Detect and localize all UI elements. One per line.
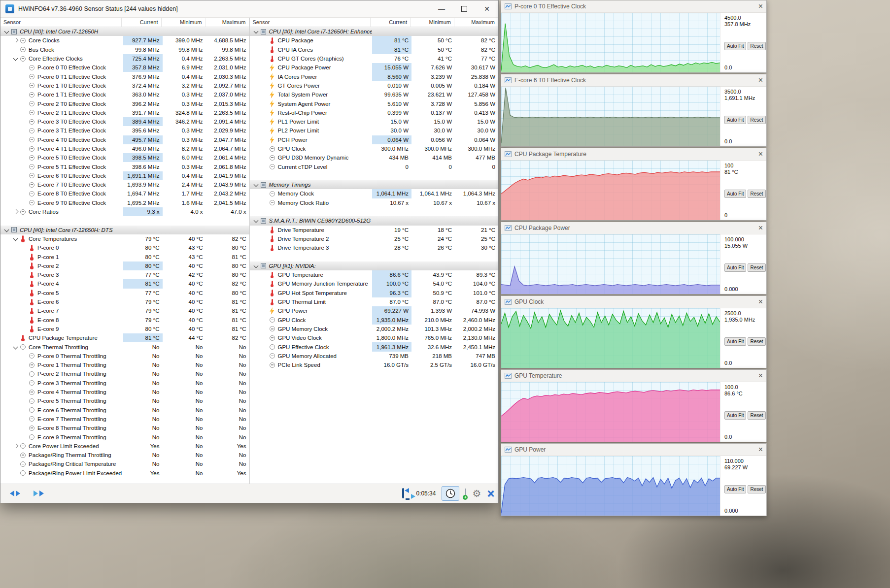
sensor-row-p-core-4[interactable]: P-core 481 °C40 °C82 °C bbox=[0, 279, 249, 288]
close-button[interactable]: ✕ bbox=[476, 0, 498, 17]
sensor-row-memory-clock-ratio[interactable]: Memory Clock Ratio10.67 x10.67 x10.67 x bbox=[250, 198, 499, 207]
sensor-row-pcie-link-speed[interactable]: PCIe Link Speed16.0 GT/s2.5 GT/s16.0 GT/… bbox=[250, 360, 499, 369]
sensor-row-p-core-4-t0-effective-clock[interactable]: P-core 4 T0 Effective Clock495.7 MHz0.3 … bbox=[0, 135, 249, 144]
graph-close-icon[interactable]: × bbox=[758, 298, 763, 306]
sensor-row-e-core-8-t0-effective-clock[interactable]: E-core 8 T0 Effective Clock1,694.7 MHz1.… bbox=[0, 189, 249, 198]
reset-button[interactable]: Reset bbox=[748, 263, 765, 272]
sensor-row-p-core-5-t0-effective-clock[interactable]: P-core 5 T0 Effective Clock398.5 MHz6.0 … bbox=[0, 153, 249, 162]
sensor-row-package-ring-thermal-throttling[interactable]: Package/Ring Thermal ThrottlingNoNoNo bbox=[0, 451, 249, 459]
sensor-row-e-core-7-thermal-throttling[interactable]: E-core 7 Thermal ThrottlingNoNoNo bbox=[0, 415, 249, 424]
sensor-row-cpu-package[interactable]: CPU Package81 °C50 °C82 °C bbox=[250, 36, 499, 45]
sensor-row-e-core-9-t0-effective-clock[interactable]: E-core 9 T0 Effective Clock1,695.2 MHz1.… bbox=[0, 198, 249, 207]
sensor-row-gpu-clock[interactable]: GPU Clock1,935.0 MHz210.0 MHz2,460.0 MHz bbox=[250, 316, 499, 325]
sensor-row-e-core-9[interactable]: E-core 980 °C40 °C81 °C bbox=[0, 325, 249, 333]
scroll-end-button[interactable] bbox=[28, 487, 49, 501]
chevron-expanded-icon[interactable] bbox=[253, 181, 260, 188]
sensor-row-package-ring-critical-temperature[interactable]: Package/Ring Critical TemperatureNoNoNo bbox=[0, 459, 249, 468]
maximize-button[interactable] bbox=[453, 0, 476, 17]
sensor-row-gpu-d3d-memory-dynamic[interactable]: GPU D3D Memory Dynamic434 MB414 MB477 MB bbox=[250, 153, 499, 162]
sensor-row-p-core-0[interactable]: P-core 080 °C43 °C80 °C bbox=[0, 243, 249, 252]
section-cpu-0-intel-core-i7-12650h-enhanced[interactable]: CPU [#0]: Intel Core i7-12650H: Enhanced bbox=[250, 27, 499, 36]
graph-close-icon[interactable]: × bbox=[758, 224, 763, 232]
sensor-row-p-core-5[interactable]: P-core 577 °C40 °C80 °C bbox=[0, 289, 249, 297]
sensor-row-cpu-gt-cores-graphics[interactable]: CPU GT Cores (Graphics)76 °C41 °C77 °C bbox=[250, 54, 499, 63]
chevron-expanded-icon[interactable] bbox=[12, 344, 19, 351]
sensor-row-p-core-2-t0-effective-clock[interactable]: P-core 2 T0 Effective Clock396.2 MHz0.3 … bbox=[0, 99, 249, 108]
chevron-expanded-icon[interactable] bbox=[12, 55, 19, 62]
logging-clock-button[interactable] bbox=[442, 486, 459, 501]
sensor-row-p-core-3-thermal-throttling[interactable]: P-core 3 Thermal ThrottlingNoNoNo bbox=[0, 379, 249, 388]
graph-titlebar[interactable]: CPU Package Temperature× bbox=[501, 148, 766, 161]
col-header-maximum[interactable]: Maximum bbox=[205, 18, 249, 27]
sensor-row-pch-power[interactable]: PCH Power0.064 W0.056 W0.064 W bbox=[250, 135, 499, 144]
chevron-expanded-icon[interactable] bbox=[3, 227, 10, 233]
chevron-expanded-icon[interactable] bbox=[253, 28, 260, 35]
section-cpu-0-intel-core-i7-12650h-dts[interactable]: CPU [#0]: Intel Core i7-12650H: DTS bbox=[0, 226, 249, 234]
sensor-row-e-core-6-t0-effective-clock[interactable]: E-core 6 T0 Effective Clock1,691.1 MHz0.… bbox=[0, 171, 249, 180]
sensor-row-core-temperatures[interactable]: Core Temperatures79 °C40 °C82 °C bbox=[0, 234, 249, 243]
reset-button[interactable]: Reset bbox=[748, 116, 765, 124]
col-header-current[interactable]: Current bbox=[371, 18, 411, 27]
chevron-collapsed-icon[interactable] bbox=[12, 443, 19, 450]
sensor-row-p-core-5-thermal-throttling[interactable]: P-core 5 Thermal ThrottlingNoNoNo bbox=[0, 396, 249, 405]
graph-close-icon[interactable]: × bbox=[758, 446, 763, 454]
sensor-row-core-ratios[interactable]: Core Ratios9.3 x4.0 x47.0 x bbox=[0, 207, 249, 216]
column-header-row[interactable]: Sensor Current Minimum Maximum bbox=[250, 18, 499, 27]
sensor-row-core-effective-clocks[interactable]: Core Effective Clocks725.4 MHz0.4 MHz2,2… bbox=[0, 54, 249, 63]
close-sensors-button[interactable]: × bbox=[487, 488, 494, 500]
reset-button[interactable]: Reset bbox=[748, 190, 765, 198]
sensor-row-p-core-0-t1-effective-clock[interactable]: P-core 0 T1 Effective Clock376.9 MHz0.4 … bbox=[0, 72, 249, 81]
sensor-row-gpu-temperature[interactable]: GPU Temperature86.6 °C43.9 °C89.3 °C bbox=[250, 270, 499, 279]
sensor-row-pl1-power-limit[interactable]: PL1 Power Limit15.0 W15.0 W15.0 W bbox=[250, 117, 499, 126]
sensor-row-p-core-4-t1-effective-clock[interactable]: P-core 4 T1 Effective Clock496.0 MHz8.2 … bbox=[0, 144, 249, 153]
graph-titlebar[interactable]: GPU Clock× bbox=[501, 296, 766, 308]
section-s-m-a-r-t-biwin-ce980y2d600-512g[interactable]: S.M.A.R.T.: BIWIN CE980Y2D600-512G (... bbox=[250, 216, 499, 225]
graph-titlebar[interactable]: GPU Temperature× bbox=[501, 370, 766, 382]
sensor-row-p-core-1-thermal-throttling[interactable]: P-core 1 Thermal ThrottlingNoNoNo bbox=[0, 360, 249, 369]
reset-button[interactable]: Reset bbox=[748, 485, 765, 493]
sensor-row-p-core-1[interactable]: P-core 180 °C43 °C81 °C bbox=[0, 252, 249, 261]
reset-button[interactable]: Reset bbox=[748, 337, 765, 346]
settings-button[interactable]: ⚙ bbox=[472, 489, 481, 499]
auto-fit-button[interactable]: Auto Fit bbox=[724, 337, 746, 346]
auto-fit-button[interactable]: Auto Fit bbox=[724, 263, 746, 272]
column-header-row[interactable]: Sensor Current Minimum Maximum bbox=[0, 18, 249, 27]
sensor-row-p-core-0-t0-effective-clock[interactable]: P-core 0 T0 Effective Clock357.8 MHz6.9 … bbox=[0, 63, 249, 72]
display-settings-button[interactable] bbox=[402, 489, 404, 498]
sensor-row-gpu-memory-clock[interactable]: GPU Memory Clock2,000.2 MHz101.3 MHz2,00… bbox=[250, 325, 499, 333]
sensor-row-p-core-3-t1-effective-clock[interactable]: P-core 3 T1 Effective Clock395.6 MHz0.3 … bbox=[0, 126, 249, 135]
chevron-expanded-icon[interactable] bbox=[253, 262, 260, 269]
scroll-left-right-button[interactable] bbox=[4, 487, 25, 501]
sensor-row-p-core-0-thermal-throttling[interactable]: P-core 0 Thermal ThrottlingNoNoNo bbox=[0, 352, 249, 360]
section-gpu-1-nvidia[interactable]: GPU [#1]: NVIDIA: bbox=[250, 261, 499, 270]
sensor-row-e-core-7-t0-effective-clock[interactable]: E-core 7 T0 Effective Clock1,693.9 MHz2.… bbox=[0, 180, 249, 189]
col-header-maximum[interactable]: Maximum bbox=[454, 18, 498, 27]
sensor-row-bus-clock[interactable]: Bus Clock99.8 MHz99.8 MHz99.8 MHz bbox=[0, 45, 249, 54]
sensor-row-p-core-2-t1-effective-clock[interactable]: P-core 2 T1 Effective Clock391.7 MHz324.… bbox=[0, 108, 249, 117]
chevron-expanded-icon[interactable] bbox=[12, 235, 19, 242]
graph-titlebar[interactable]: P-core 0 T0 Effective Clock× bbox=[501, 0, 766, 13]
sensor-row-pl2-power-limit[interactable]: PL2 Power Limit30.0 W30.0 W30.0 W bbox=[250, 126, 499, 135]
sensor-row-e-core-7[interactable]: E-core 779 °C40 °C81 °C bbox=[0, 306, 249, 315]
sensor-row-p-core-1-t1-effective-clock[interactable]: P-core 1 T1 Effective Clock363.0 MHz0.3 … bbox=[0, 90, 249, 99]
sensor-row-gpu-power[interactable]: GPU Power69.227 W1.393 W74.993 W bbox=[250, 306, 499, 315]
section-memory-timings[interactable]: Memory Timings bbox=[250, 180, 499, 189]
sensor-row-p-core-2-thermal-throttling[interactable]: P-core 2 Thermal ThrottlingNoNoNo bbox=[0, 369, 249, 378]
sensor-row-gpu-video-clock[interactable]: GPU Video Clock1,800.0 MHz765.0 MHz2,130… bbox=[250, 333, 499, 342]
sensor-row-drive-temperature-2[interactable]: Drive Temperature 225 °C24 °C25 °C bbox=[250, 234, 499, 243]
sensor-row-gpu-clock[interactable]: GPU Clock300.0 MHz300.0 MHz300.0 MHz bbox=[250, 144, 499, 153]
reset-button[interactable]: Reset bbox=[748, 42, 765, 50]
chevron-collapsed-icon[interactable] bbox=[12, 208, 19, 215]
auto-fit-button[interactable]: Auto Fit bbox=[724, 190, 746, 198]
sensor-row-drive-temperature[interactable]: Drive Temperature19 °C18 °C21 °C bbox=[250, 226, 499, 234]
sensor-row-package-ring-power-limit-exceeded[interactable]: Package/Ring Power Limit ExceededYesNoYe… bbox=[0, 469, 249, 478]
chevron-expanded-icon[interactable] bbox=[253, 217, 260, 224]
sensor-row-p-core-3[interactable]: P-core 377 °C42 °C80 °C bbox=[0, 270, 249, 279]
sensor-row-gpu-memory-junction-temperature[interactable]: GPU Memory Junction Temperature100.0 °C5… bbox=[250, 279, 499, 288]
sensor-row-cpu-ia-cores[interactable]: CPU IA Cores81 °C50 °C82 °C bbox=[250, 45, 499, 54]
sensor-row-gpu-hot-spot-temperature[interactable]: GPU Hot Spot Temperature96.3 °C50.9 °C10… bbox=[250, 289, 499, 297]
auto-fit-button[interactable]: Auto Fit bbox=[724, 116, 746, 124]
sensor-row-current-ctdp-level[interactable]: Current cTDP Level000 bbox=[250, 162, 499, 171]
graph-close-icon[interactable]: × bbox=[758, 150, 763, 158]
sensor-row-p-core-4-thermal-throttling[interactable]: P-core 4 Thermal ThrottlingNoNoNo bbox=[0, 388, 249, 396]
